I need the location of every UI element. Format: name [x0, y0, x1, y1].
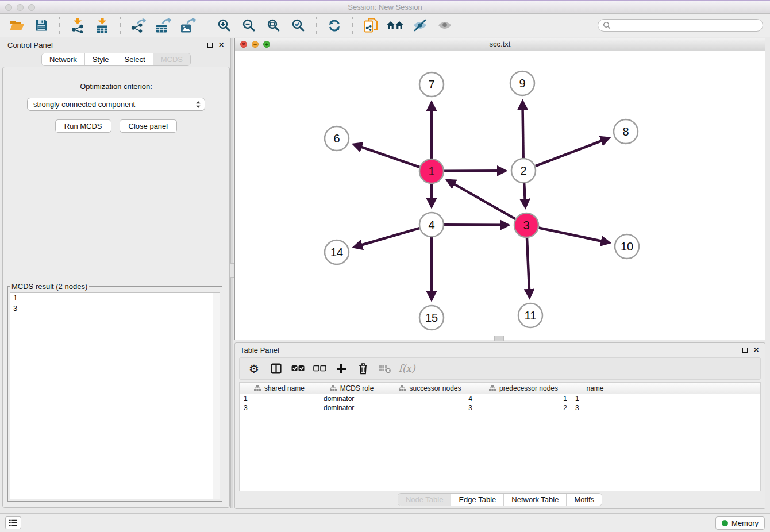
clone-network-button[interactable] [361, 16, 380, 34]
node-table: shared name MCDS role successor nodes pr… [239, 382, 761, 491]
edge-1-2[interactable] [444, 171, 505, 171]
cell-mcds-role[interactable]: dominator [319, 403, 384, 413]
edge-1-6[interactable] [355, 145, 419, 167]
zoom-selected-button[interactable] [288, 16, 308, 34]
cell-predecessor-nodes[interactable]: 2 [476, 403, 571, 413]
edge-4-3[interactable] [444, 225, 507, 225]
column-header-predecessor-nodes[interactable]: predecessor nodes [476, 383, 571, 394]
network-canvas[interactable]: 7968124314101511 [235, 51, 765, 340]
tab-mcds[interactable]: MCDS [153, 53, 190, 65]
show-columns-button[interactable] [267, 360, 284, 377]
table-tabs: Node Table Edge Table Network Table Moti… [235, 491, 765, 508]
eye-slash-icon [413, 19, 428, 32]
import-table-button[interactable] [93, 16, 112, 34]
cell-shared-name[interactable]: 1 [240, 394, 319, 403]
node-9[interactable]: 9 [510, 71, 534, 95]
first-neighbors-button[interactable] [386, 16, 405, 34]
node-6[interactable]: 6 [325, 126, 349, 151]
tab-network-table[interactable]: Network Table [503, 494, 566, 506]
float-table-panel-button[interactable] [742, 348, 748, 353]
mcds-panel: Optimization criterion: strongly connect… [2, 67, 230, 508]
edge-3-11[interactable] [527, 238, 530, 296]
refresh-icon [328, 19, 341, 32]
zoom-in-button[interactable] [214, 16, 234, 34]
edge-2-8[interactable] [536, 138, 609, 166]
table-options-button[interactable]: ⚙ [245, 360, 263, 377]
horizontal-splitter-grip[interactable] [494, 336, 504, 341]
close-panel-button[interactable]: Close panel [120, 119, 178, 133]
control-panel: Control Panel ✕ Network Style Select MCD… [2, 38, 230, 508]
column-header-mcds-role[interactable]: MCDS role [319, 383, 384, 394]
cell-successor-nodes[interactable]: 3 [384, 403, 476, 413]
optimization-criterion-select[interactable]: strongly connected component [27, 98, 205, 111]
unselect-all-columns-button[interactable] [311, 360, 328, 377]
open-session-button[interactable] [7, 16, 26, 34]
column-header-name[interactable]: name [571, 383, 619, 394]
zoom-out-button[interactable] [239, 16, 259, 34]
export-image-button[interactable] [178, 16, 198, 34]
column-header-shared-name[interactable]: shared name [240, 383, 319, 394]
float-panel-button[interactable] [207, 43, 213, 48]
zoom-fit-button[interactable] [264, 16, 283, 34]
zoom-selected-icon [291, 18, 305, 32]
cell-name[interactable]: 3 [571, 403, 619, 413]
mcds-result-list[interactable]: 1 3 [10, 292, 220, 499]
hide-selected-button[interactable] [410, 16, 430, 34]
node-7[interactable]: 7 [419, 72, 444, 97]
cell-successor-nodes[interactable]: 4 [384, 394, 476, 403]
cell-predecessor-nodes[interactable]: 1 [476, 394, 571, 403]
export-network-button[interactable] [129, 16, 148, 34]
edge-4-14[interactable] [355, 228, 419, 247]
function-builder-button[interactable]: f(x) [398, 360, 415, 377]
save-session-button[interactable] [32, 16, 51, 34]
run-mcds-button[interactable]: Run MCDS [55, 119, 111, 133]
tab-network[interactable]: Network [42, 53, 84, 65]
close-table-panel-button[interactable]: ✕ [753, 346, 760, 354]
delete-columns-button[interactable] [355, 360, 372, 377]
optimization-criterion-label: Optimization criterion: [3, 82, 229, 91]
node-14[interactable]: 14 [325, 240, 349, 264]
close-panel-icon-button[interactable]: ✕ [218, 41, 225, 49]
node-3[interactable]: 3 [514, 213, 538, 237]
memory-button[interactable]: Memory [715, 516, 765, 530]
window-title: Session: New Session [0, 3, 770, 11]
node-4[interactable]: 4 [419, 213, 444, 237]
node-11[interactable]: 11 [518, 303, 542, 327]
node-1[interactable]: 1 [419, 159, 444, 183]
node-8[interactable]: 8 [614, 119, 638, 144]
result-scrollbar[interactable] [213, 293, 220, 499]
node-10[interactable]: 10 [615, 234, 639, 259]
show-all-button[interactable] [435, 16, 455, 34]
cell-name[interactable]: 1 [571, 394, 619, 403]
panel-splitter[interactable] [230, 38, 233, 508]
cell-shared-name[interactable]: 3 [240, 403, 319, 413]
search-input[interactable] [614, 21, 758, 30]
select-all-columns-button[interactable] [289, 360, 306, 377]
tab-edge-table[interactable]: Edge Table [451, 494, 503, 506]
tab-style[interactable]: Style [84, 53, 117, 65]
node-2[interactable]: 2 [511, 159, 536, 183]
cell-mcds-role[interactable]: dominator [319, 394, 384, 403]
table-row[interactable]: 1 dominator 4 1 1 [240, 394, 760, 403]
task-history-button[interactable] [5, 516, 21, 529]
edge-3-10[interactable] [539, 228, 609, 243]
create-column-button[interactable] [333, 360, 350, 377]
import-network-button[interactable] [68, 16, 87, 34]
column-header-successor-nodes[interactable]: successor nodes [384, 383, 476, 394]
export-table-button[interactable] [153, 16, 173, 34]
network-window-title: scc.txt [235, 40, 765, 48]
tab-select[interactable]: Select [117, 53, 153, 65]
edge-2-9[interactable] [522, 102, 523, 158]
table-row[interactable]: 3 dominator 3 2 3 [240, 403, 760, 413]
export-image-icon [180, 18, 196, 33]
delete-table-button[interactable] [376, 360, 394, 377]
edge-3-1[interactable] [448, 180, 515, 219]
refresh-view-button[interactable] [325, 16, 344, 34]
export-table-icon [155, 18, 171, 33]
gear-icon: ⚙ [249, 363, 259, 375]
edge-2-3[interactable] [524, 183, 525, 206]
tab-motifs[interactable]: Motifs [566, 494, 602, 506]
toolbar-separator [120, 17, 121, 34]
node-15[interactable]: 15 [419, 306, 444, 330]
tab-node-table[interactable]: Node Table [398, 494, 451, 506]
